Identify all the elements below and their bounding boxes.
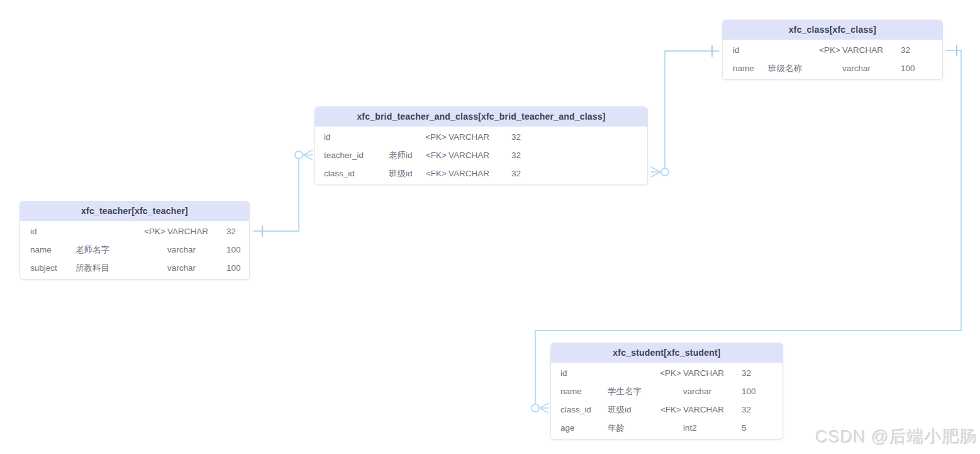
field-key-tag: <PK> — [119, 227, 167, 236]
entity-table-xfc-teacher[interactable]: xfc_teacher[xfc_teacher] id<PK>VARCHAR32… — [19, 201, 250, 280]
field-comment: 班级id — [389, 168, 421, 179]
field-size: 100 — [901, 64, 942, 73]
relationship-teacher-bridge-edge[interactable] — [253, 150, 313, 237]
field-name: age — [560, 423, 608, 433]
table-row-id[interactable]: id<PK>VARCHAR32 — [723, 41, 942, 59]
field-comment: 班级id — [608, 404, 652, 416]
field-key-tag: <PK> — [421, 132, 448, 142]
relationship-class-bridge-edge[interactable] — [651, 45, 719, 177]
field-key-tag: <FK> — [421, 150, 448, 160]
field-size: 100 — [742, 387, 782, 396]
table-row-name[interactable]: name班级名称varchar100 — [723, 59, 942, 77]
table-row-age[interactable]: age年龄int25 — [551, 419, 782, 437]
table-body: id<PK>VARCHAR32name学生名字varchar100class_i… — [551, 363, 782, 439]
field-name: class_id — [560, 405, 608, 414]
field-key-tag: <PK> — [652, 368, 683, 378]
table-body: id<PK>VARCHAR32name老师名字varchar100subject… — [20, 221, 249, 279]
field-size: 32 — [742, 368, 782, 378]
table-row-id[interactable]: id<PK>VARCHAR32 — [20, 222, 249, 241]
field-comment: 年龄 — [608, 423, 652, 434]
field-size: 5 — [742, 423, 782, 433]
table-row-teacher_id[interactable]: teacher_id老师id<FK>VARCHAR32 — [315, 146, 647, 164]
field-type: int2 — [683, 423, 742, 433]
table-row-id[interactable]: id<PK>VARCHAR32 — [551, 364, 782, 382]
field-name: class_id — [324, 169, 389, 178]
entity-table-xfc-student[interactable]: xfc_student[xfc_student] id<PK>VARCHAR32… — [550, 343, 783, 440]
table-row-name[interactable]: name老师名字varchar100 — [20, 241, 249, 259]
field-type: VARCHAR — [842, 45, 901, 55]
field-type: VARCHAR — [683, 368, 742, 378]
field-comment: 老师名字 — [75, 244, 119, 256]
field-size: 100 — [226, 245, 249, 254]
entity-table-xfc-class[interactable]: xfc_class[xfc_class] id<PK>VARCHAR32name… — [722, 20, 943, 80]
field-size: 32 — [511, 150, 647, 160]
table-row-class_id[interactable]: class_id班级id<FK>VARCHAR32 — [551, 400, 782, 419]
field-type: VARCHAR — [448, 132, 511, 142]
field-type: VARCHAR — [448, 150, 511, 160]
table-title[interactable]: xfc_student[xfc_student] — [551, 343, 782, 363]
field-size: 32 — [742, 405, 782, 414]
field-key-tag: <FK> — [421, 169, 448, 178]
field-type: varchar — [842, 64, 901, 73]
table-body: id<PK>VARCHAR32name班级名称varchar100 — [723, 40, 942, 79]
field-size: 32 — [511, 132, 647, 142]
table-body: id<PK>VARCHAR32teacher_id老师id<FK>VARCHAR… — [315, 127, 647, 184]
field-name: id — [30, 227, 75, 236]
field-comment: 老师id — [389, 150, 421, 161]
table-title[interactable]: xfc_class[xfc_class] — [723, 20, 942, 40]
field-size: 32 — [511, 169, 647, 178]
table-title[interactable]: xfc_brid_teacher_and_class[xfc_brid_teac… — [315, 107, 647, 127]
field-name: subject — [30, 263, 75, 273]
zero-circle — [532, 404, 539, 412]
field-name: name — [733, 64, 768, 73]
field-name: id — [324, 132, 389, 142]
field-name: teacher_id — [324, 150, 389, 160]
field-size: 32 — [226, 227, 249, 236]
table-row-id[interactable]: id<PK>VARCHAR32 — [315, 128, 647, 146]
csdn-watermark: CSDN @后端小肥肠 — [816, 426, 977, 448]
field-comment: 班级名称 — [768, 63, 811, 74]
table-row-name[interactable]: name学生名字varchar100 — [551, 382, 782, 400]
field-key-tag: <FK> — [652, 405, 683, 414]
field-comment: 学生名字 — [608, 386, 652, 397]
many-crowfoot-icon — [540, 403, 548, 413]
zero-circle — [661, 168, 669, 176]
field-type: VARCHAR — [448, 169, 511, 178]
field-type: varchar — [167, 245, 226, 254]
field-name: id — [733, 45, 768, 55]
field-name: id — [560, 368, 608, 378]
field-type: varchar — [683, 387, 742, 396]
field-size: 32 — [901, 45, 942, 55]
field-size: 100 — [226, 263, 249, 273]
field-type: VARCHAR — [683, 405, 742, 414]
entity-table-xfc-brid-teacher-and-class[interactable]: xfc_brid_teacher_and_class[xfc_brid_teac… — [315, 106, 648, 185]
field-type: varchar — [167, 263, 226, 273]
zero-circle — [295, 151, 303, 159]
many-crowfoot-icon — [651, 167, 660, 177]
field-type: VARCHAR — [167, 227, 226, 236]
table-row-subject[interactable]: subject所教科目varchar100 — [20, 259, 249, 277]
field-name: name — [560, 387, 608, 396]
many-crowfoot-icon — [303, 150, 313, 160]
edge-line — [253, 159, 299, 231]
table-title[interactable]: xfc_teacher[xfc_teacher] — [20, 201, 249, 221]
edge-line — [665, 51, 719, 167]
field-comment: 所教科目 — [75, 263, 119, 274]
field-name: name — [30, 245, 75, 254]
table-row-class_id[interactable]: class_id班级id<FK>VARCHAR32 — [315, 164, 647, 183]
field-key-tag: <PK> — [811, 45, 842, 55]
